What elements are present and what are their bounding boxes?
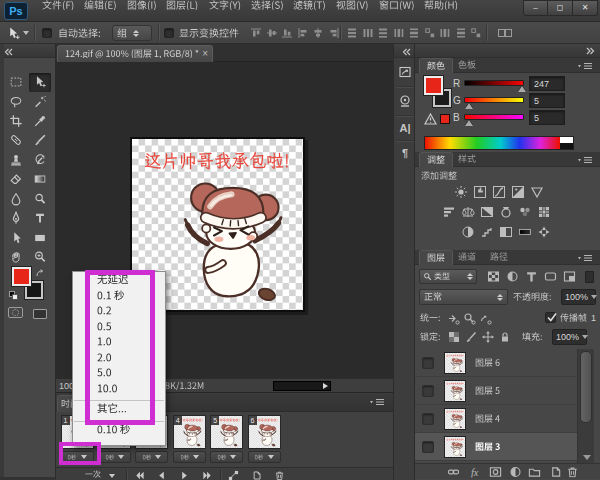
color-spectrum-ramp[interactable] [424,136,574,150]
align-top-button[interactable] [250,27,263,40]
layer-row[interactable] [415,377,577,405]
new-group-icon[interactable] [528,466,541,478]
tool-pen[interactable] [5,209,27,228]
unify-visibility-icon[interactable] [463,312,476,325]
align-vcenter-button[interactable] [266,27,279,40]
tool-dodge[interactable] [29,189,51,208]
layer-visibility-toggle[interactable] [422,357,434,369]
layer-thumbnail[interactable] [444,408,466,430]
layer-thumbnail[interactable] [444,380,466,402]
frame-delay-select[interactable] [135,451,168,463]
align-bottom-button[interactable] [281,27,294,40]
tool-type[interactable] [29,209,51,228]
filter-pixel-layers-icon[interactable] [487,270,500,283]
tab-swatches[interactable] [451,58,483,73]
adjustment-brightness-contrast[interactable] [454,185,469,200]
foreground-color-swatch[interactable] [424,76,443,95]
tool-blur[interactable] [5,189,27,208]
tool-history-brush[interactable] [29,150,51,169]
dist-hcenter-button[interactable] [408,27,421,40]
color-panel-menu-icon[interactable] [577,62,593,71]
dist-left-button[interactable] [393,27,406,40]
screen-mode-button[interactable] [33,309,47,319]
collapse-tools-icon[interactable] [4,48,14,56]
channel-value-input[interactable]: 247 [529,76,565,91]
collapse-dock-icon[interactable] [585,47,595,55]
tab-channels[interactable] [451,250,483,265]
adjustment-photo-filter[interactable] [499,205,514,220]
layers-panel-menu-icon[interactable] [577,254,593,263]
filter-shape-layers-icon[interactable] [544,270,557,283]
status-bar-widget[interactable] [273,381,331,391]
align-left-button[interactable] [297,27,310,40]
filter-type-layers-icon[interactable] [525,270,538,283]
swap-colors-icon[interactable] [35,269,45,278]
adjustment-curves[interactable] [492,185,507,200]
layer-filter-type-select[interactable] [419,269,477,284]
layer-visibility-toggle[interactable] [422,441,434,453]
tool-eyedropper[interactable] [29,111,51,130]
tool-hand[interactable] [5,248,27,267]
tool-rectangular-marquee[interactable] [5,73,27,92]
fill-input[interactable]: 100% [552,329,587,345]
photoshop-logo[interactable]: Ps [4,2,28,20]
dist-left2-button[interactable] [439,27,452,40]
menu-file[interactable] [37,0,79,22]
tool-magic-wand[interactable] [29,92,51,111]
first-frame-button[interactable] [132,469,146,480]
menu-type[interactable] [204,0,246,22]
layers-scrollbar[interactable] [577,349,594,463]
align-hcenter-button[interactable] [312,27,325,40]
close-button[interactable]: ✕ [573,0,598,16]
adjustment-posterize[interactable] [480,225,495,240]
layer-visibility-toggle[interactable] [422,385,434,397]
dist-right-button[interactable] [424,27,437,40]
frame-delay-select[interactable] [210,451,243,463]
channel-value-input[interactable]: 5 [529,93,565,108]
gamut-color-swatch[interactable] [440,114,450,124]
lock-transparent-icon[interactable] [448,331,460,343]
adjustment-threshold[interactable] [499,225,514,240]
properties-panel-button[interactable] [397,93,413,109]
tool-lasso[interactable] [5,92,27,111]
adjustment-color-balance[interactable] [461,205,476,220]
adjustment-levels[interactable] [473,185,488,200]
menu-select[interactable] [246,0,289,22]
adjustment-invert[interactable] [461,225,476,240]
adjustment-selective-color[interactable] [537,225,552,240]
foreground-color-swatch[interactable] [12,267,31,286]
adjustment-hue-saturation[interactable] [442,205,457,220]
default-colors-icon[interactable] [9,291,20,301]
frame-thumbnail[interactable]: 5 [210,415,243,449]
timeline-frame[interactable]: 4 [173,415,206,465]
tool-clone-stamp[interactable] [5,150,27,169]
unify-style-icon[interactable] [479,312,492,325]
frame-delay-select[interactable] [248,451,281,463]
filter-smart-objects-icon[interactable] [563,270,576,283]
timeline-frame[interactable]: 6 [248,415,281,465]
loop-mode-select[interactable] [85,469,115,480]
tween-button[interactable] [226,469,240,480]
menu-window[interactable] [374,0,420,22]
align-right-button[interactable] [328,27,341,40]
tab-layers[interactable] [419,250,453,265]
layer-thumbnail[interactable] [444,436,466,458]
slider-thumb[interactable] [465,103,473,109]
frame-delay-select[interactable] [173,451,206,463]
adjustments-panel-menu-icon[interactable] [577,156,593,165]
add-mask-icon[interactable] [489,466,502,478]
minimize-button[interactable]: – [523,0,548,16]
adjustment-vibrance[interactable] [530,185,545,200]
lock-all-icon[interactable] [499,331,511,343]
tab-close-icon[interactable]: × [202,49,208,59]
dist-vcenter-button[interactable] [362,27,375,40]
next-frame-button[interactable] [200,469,214,480]
layer-filter-toggle[interactable] [585,271,594,283]
menu-help[interactable] [419,0,463,22]
delay-option-current[interactable] [73,424,165,440]
new-layer-icon[interactable] [549,466,562,478]
dist-hcenter2-button[interactable] [455,27,468,40]
frame-thumbnail[interactable]: 6 [248,415,281,449]
tab-styles[interactable] [451,152,483,167]
quick-mask-button[interactable] [8,307,23,318]
